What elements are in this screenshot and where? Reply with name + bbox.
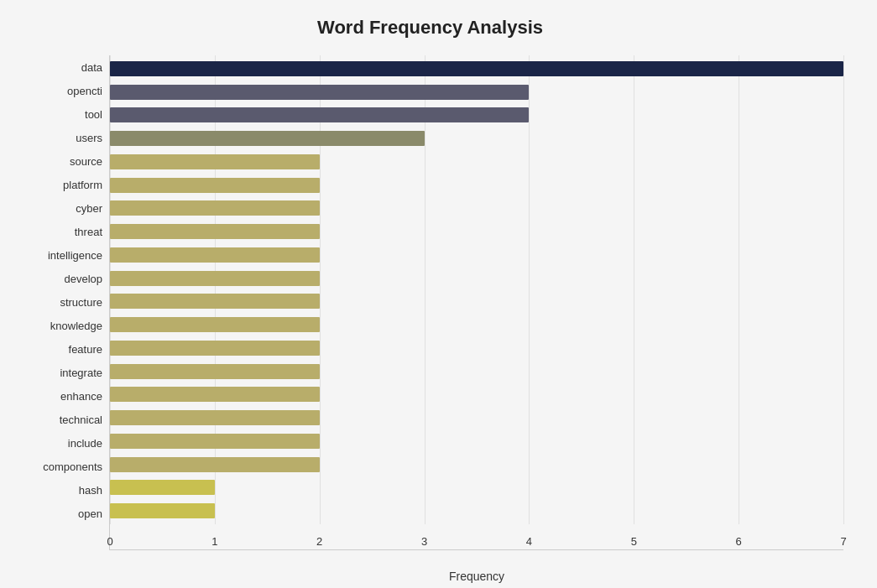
bar-row-components <box>110 455 843 474</box>
bar-users <box>110 131 425 146</box>
y-label-components: components <box>17 455 109 477</box>
bar-knowledge <box>110 317 320 332</box>
y-label-threat: threat <box>17 221 109 242</box>
bar-integrate <box>110 364 320 379</box>
x-tick-6: 6 <box>736 535 742 548</box>
y-axis: dataopenctitooluserssourceplatformcybert… <box>17 55 109 550</box>
chart-area: dataopenctitooluserssourceplatformcybert… <box>17 55 843 550</box>
y-label-develop: develop <box>17 268 109 289</box>
bar-row-threat <box>110 222 843 241</box>
bar-row-knowledge <box>110 315 843 334</box>
y-label-hash: hash <box>17 479 109 501</box>
bar-feature <box>110 341 320 356</box>
y-label-integrate: integrate <box>17 362 109 383</box>
x-tick-0: 0 <box>107 535 112 548</box>
bar-tool <box>110 107 529 122</box>
bar-row-feature <box>110 339 843 357</box>
x-axis-labels: 01234567 <box>110 524 843 549</box>
y-label-structure: structure <box>17 291 109 313</box>
y-label-feature: feature <box>17 338 109 360</box>
bar-row-users <box>110 129 843 148</box>
y-label-users: users <box>17 127 109 148</box>
bar-develop <box>110 271 320 286</box>
bar-row-cyber <box>110 199 843 217</box>
bar-row-include <box>110 432 843 450</box>
y-label-platform: platform <box>17 174 109 195</box>
bar-row-integrate <box>110 362 843 381</box>
y-label-opencti: opencti <box>17 80 109 101</box>
bar-row-structure <box>110 292 843 310</box>
chart-container: Word Frequency Analysis dataopenctitoolu… <box>0 0 877 588</box>
bar-components <box>110 457 320 472</box>
bar-row-source <box>110 153 843 171</box>
y-label-open: open <box>17 502 109 524</box>
x-tick-2: 2 <box>316 535 322 548</box>
bar-row-develop <box>110 269 843 288</box>
y-label-knowledge: knowledge <box>17 315 109 336</box>
y-label-include: include <box>17 432 109 454</box>
x-tick-3: 3 <box>421 535 427 548</box>
grid-line-7 <box>843 55 844 524</box>
plot-area: 01234567 Frequency <box>109 55 843 550</box>
y-label-enhance: enhance <box>17 385 109 407</box>
x-tick-4: 4 <box>526 535 532 548</box>
bar-row-hash <box>110 478 843 497</box>
x-tick-5: 5 <box>631 535 637 548</box>
bars-container <box>110 55 843 524</box>
bar-row-intelligence <box>110 246 843 264</box>
bar-row-opencti <box>110 83 843 101</box>
y-label-data: data <box>17 56 109 78</box>
bar-hash <box>110 480 215 495</box>
bar-intelligence <box>110 247 320 263</box>
bar-row-tool <box>110 106 843 124</box>
bar-enhance <box>110 387 320 402</box>
bar-row-enhance <box>110 385 843 403</box>
chart-title: Word Frequency Analysis <box>17 17 843 39</box>
bar-threat <box>110 224 320 239</box>
bar-include <box>110 434 320 449</box>
bar-row-technical <box>110 408 843 427</box>
x-tick-7: 7 <box>840 535 846 548</box>
y-label-source: source <box>17 150 109 172</box>
bar-row-data <box>110 60 843 78</box>
bar-platform <box>110 178 320 193</box>
bar-row-platform <box>110 176 843 195</box>
bar-structure <box>110 294 320 309</box>
bar-opencti <box>110 85 529 100</box>
x-axis-title: Frequency <box>110 570 843 583</box>
bar-open <box>110 503 215 518</box>
y-label-cyber: cyber <box>17 197 109 219</box>
y-label-tool: tool <box>17 103 109 125</box>
bar-cyber <box>110 200 320 216</box>
bar-data <box>110 61 843 76</box>
y-label-intelligence: intelligence <box>17 244 109 266</box>
bar-row-open <box>110 502 843 520</box>
bar-source <box>110 154 320 169</box>
bar-technical <box>110 410 320 425</box>
x-tick-1: 1 <box>211 535 217 548</box>
y-label-technical: technical <box>17 408 109 430</box>
